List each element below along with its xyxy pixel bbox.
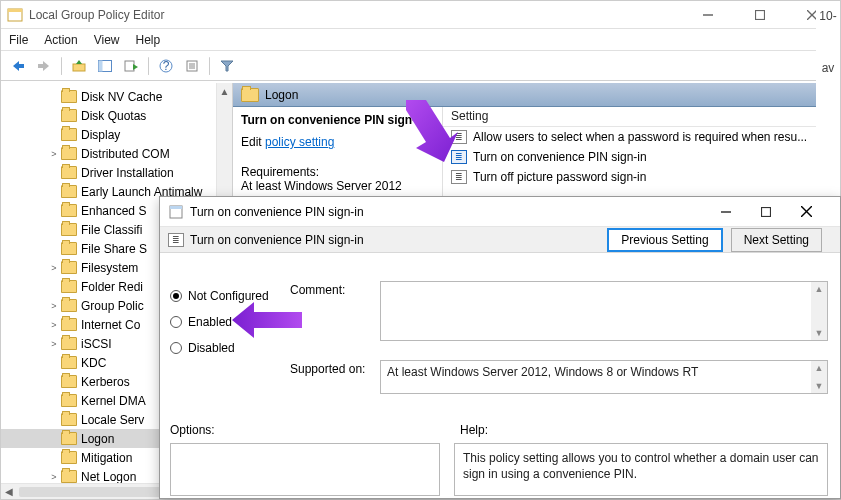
- scroll-left-icon[interactable]: ◀: [1, 484, 17, 500]
- maximize-button[interactable]: [744, 5, 776, 25]
- comment-label: Comment:: [290, 283, 345, 297]
- expand-caret-icon[interactable]: >: [49, 472, 59, 482]
- setting-row[interactable]: ≣Allow users to select when a password i…: [443, 127, 840, 147]
- expand-caret-icon[interactable]: >: [49, 263, 59, 273]
- previous-setting-button[interactable]: Previous Setting: [607, 228, 722, 252]
- policy-dialog: Turn on convenience PIN sign-in ≣ Turn o…: [159, 196, 841, 499]
- next-setting-button[interactable]: Next Setting: [731, 228, 822, 252]
- svg-marker-15: [133, 64, 138, 70]
- setting-row[interactable]: ≣Turn off picture password sign-in: [443, 167, 840, 187]
- dialog-minimize-button[interactable]: [706, 199, 746, 225]
- export-list-icon[interactable]: [120, 55, 142, 77]
- details-title: Logon: [265, 88, 298, 102]
- folder-icon: [61, 242, 77, 255]
- requirements-value: At least Windows Server 2012: [241, 179, 434, 193]
- dialog-title: Turn on convenience PIN sign-in: [190, 205, 706, 219]
- tree-item-label: File Share S: [81, 242, 147, 256]
- minimize-button[interactable]: [692, 5, 724, 25]
- menu-file[interactable]: File: [9, 33, 28, 47]
- bg-text: av: [816, 61, 840, 75]
- edit-policy-link[interactable]: policy setting: [265, 135, 334, 149]
- state-radio-group: Not Configured Enabled Disabled: [170, 283, 269, 361]
- supported-scrollbar[interactable]: ▲▼: [811, 361, 827, 393]
- setting-row[interactable]: ≣Turn on convenience PIN sign-in: [443, 147, 840, 167]
- comment-textarea[interactable]: ▲▼: [380, 281, 828, 341]
- expand-caret-icon[interactable]: >: [49, 149, 59, 159]
- svg-rect-9: [38, 64, 44, 68]
- menu-help[interactable]: Help: [136, 33, 161, 47]
- radio-label: Not Configured: [188, 289, 269, 303]
- tree-item[interactable]: Disk NV Cache: [1, 87, 232, 106]
- tree-item-label: Enhanced S: [81, 204, 146, 218]
- folder-icon: [61, 90, 77, 103]
- toolbar: ?: [1, 51, 840, 81]
- svg-rect-27: [762, 207, 771, 216]
- policy-item-icon: ≣: [451, 130, 467, 144]
- help-box: This policy setting allows you to contro…: [454, 443, 828, 496]
- help-icon[interactable]: ?: [155, 55, 177, 77]
- folder-icon: [61, 147, 77, 160]
- toolbar-separator: [209, 57, 210, 75]
- tree-item-label: Disk NV Cache: [81, 90, 162, 104]
- radio-label: Disabled: [188, 341, 235, 355]
- menu-view[interactable]: View: [94, 33, 120, 47]
- folder-icon: [61, 470, 77, 483]
- supported-on-box: At least Windows Server 2012, Windows 8 …: [380, 360, 828, 394]
- column-header-setting[interactable]: Setting: [443, 107, 840, 127]
- filter-icon[interactable]: [216, 55, 238, 77]
- tree-item[interactable]: >Distributed COM: [1, 144, 232, 163]
- help-label: Help:: [460, 423, 488, 437]
- svg-marker-11: [76, 60, 82, 64]
- folder-icon: [241, 88, 259, 102]
- details-header: Logon: [233, 83, 840, 107]
- svg-rect-14: [125, 61, 134, 71]
- tree-item[interactable]: Driver Installation: [1, 163, 232, 182]
- menu-action[interactable]: Action: [44, 33, 77, 47]
- dialog-icon: [168, 204, 184, 220]
- folder-icon: [61, 223, 77, 236]
- setting-label: Allow users to select when a password is…: [473, 130, 807, 144]
- tree-item-label: Logon: [81, 432, 114, 446]
- folder-icon: [61, 451, 77, 464]
- folder-icon: [61, 109, 77, 122]
- tree-item-label: Mitigation: [81, 451, 132, 465]
- tree-item-label: Group Polic: [81, 299, 144, 313]
- tree-item-label: Disk Quotas: [81, 109, 146, 123]
- properties-icon[interactable]: [181, 55, 203, 77]
- svg-rect-1: [8, 9, 22, 12]
- settings-list: Setting ≣Allow users to select when a pa…: [443, 107, 840, 199]
- expand-caret-icon[interactable]: >: [49, 320, 59, 330]
- folder-icon: [61, 185, 77, 198]
- up-level-icon[interactable]: [68, 55, 90, 77]
- radio-not-configured[interactable]: Not Configured: [170, 283, 269, 309]
- tree-item[interactable]: Disk Quotas: [1, 106, 232, 125]
- expand-caret-icon[interactable]: >: [49, 301, 59, 311]
- show-hide-tree-icon[interactable]: [94, 55, 116, 77]
- options-label: Options:: [170, 423, 215, 437]
- back-button[interactable]: [7, 55, 29, 77]
- comment-scrollbar[interactable]: ▲▼: [811, 282, 827, 340]
- forward-button[interactable]: [33, 55, 55, 77]
- expand-caret-icon[interactable]: >: [49, 339, 59, 349]
- toolbar-separator: [61, 57, 62, 75]
- dialog-titlebar: Turn on convenience PIN sign-in: [160, 197, 840, 227]
- supported-label: Supported on:: [290, 362, 365, 376]
- folder-icon: [61, 280, 77, 293]
- tree-item-label: Filesystem: [81, 261, 138, 275]
- dialog-close-button[interactable]: [786, 199, 826, 225]
- tree-item[interactable]: Display: [1, 125, 232, 144]
- radio-disabled[interactable]: Disabled: [170, 335, 269, 361]
- scroll-up-icon[interactable]: ▲: [217, 83, 232, 99]
- window-title: Local Group Policy Editor: [29, 8, 692, 22]
- folder-icon: [61, 337, 77, 350]
- help-text: This policy setting allows you to contro…: [463, 451, 819, 481]
- supported-value: At least Windows Server 2012, Windows 8 …: [387, 365, 698, 379]
- setting-label: Turn on convenience PIN sign-in: [473, 150, 647, 164]
- radio-enabled[interactable]: Enabled: [170, 309, 269, 335]
- folder-icon: [61, 356, 77, 369]
- folder-icon: [61, 166, 77, 179]
- tree-item-label: Kernel DMA: [81, 394, 146, 408]
- toolbar-separator: [148, 57, 149, 75]
- dialog-maximize-button[interactable]: [746, 199, 786, 225]
- radio-label: Enabled: [188, 315, 232, 329]
